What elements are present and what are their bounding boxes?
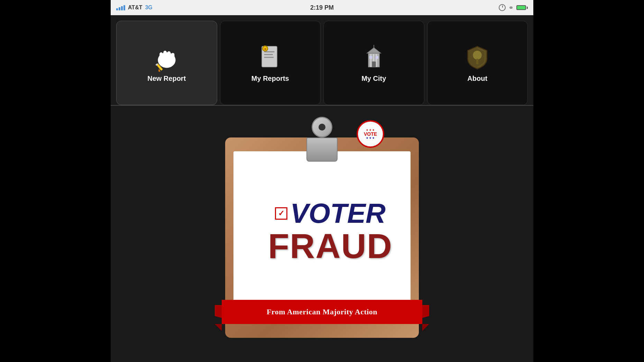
vote-badge-bottom-stars: ★★★ — [366, 136, 375, 140]
status-left: AT&T 3G — [116, 4, 153, 11]
voter-checkbox — [275, 207, 287, 220]
my-city-label: My City — [361, 75, 386, 83]
battery-body — [516, 5, 526, 10]
signal-bars — [116, 5, 125, 10]
signal-bar-3 — [121, 6, 123, 10]
clipboard-graphic: VOTER FRAUD ★★★ VOTE ★★★ — [225, 117, 419, 352]
svg-rect-20 — [372, 61, 376, 67]
battery-tip — [527, 7, 528, 9]
battery-indicator — [516, 5, 528, 10]
about-icon — [463, 44, 491, 71]
my-city-icon — [360, 44, 388, 71]
ribbon-right-fold — [422, 324, 429, 331]
fraud-word: FRAUD — [249, 229, 412, 263]
new-report-icon — [153, 44, 181, 71]
voter-line: VOTER — [249, 200, 412, 227]
tab-about[interactable]: About — [427, 21, 528, 105]
clip-ring — [312, 117, 332, 137]
ribbon-main: From American Majority Action — [222, 300, 422, 324]
status-bar: AT&T 3G 2:19 PM ⚭ — [111, 0, 533, 15]
signal-bar-1 — [116, 8, 118, 10]
status-time: 2:19 PM — [310, 4, 334, 11]
clipboard-paper: VOTER FRAUD — [233, 151, 411, 317]
main-content: VOTER FRAUD ★★★ VOTE ★★★ — [111, 106, 533, 362]
new-report-label: New Report — [147, 75, 186, 83]
my-reports-label: My Reports — [251, 75, 289, 83]
voter-fraud-text: VOTER FRAUD — [249, 200, 412, 263]
svg-rect-3 — [167, 51, 171, 60]
clock-icon — [499, 4, 506, 11]
tab-my-reports[interactable]: ★ My Reports — [220, 21, 321, 105]
svg-rect-21 — [369, 56, 372, 59]
my-reports-icon: ★ — [256, 44, 284, 71]
vote-badge: ★★★ VOTE ★★★ — [357, 120, 384, 148]
ribbon-left-fold — [215, 324, 222, 331]
svg-rect-2 — [163, 50, 167, 60]
svg-rect-4 — [171, 53, 175, 60]
svg-rect-1 — [159, 52, 163, 60]
svg-rect-10 — [264, 54, 273, 55]
status-right: ⚭ — [499, 4, 528, 11]
svg-rect-11 — [264, 57, 274, 58]
app-content: New Report ★ My Reports — [111, 15, 533, 362]
signal-bar-2 — [119, 7, 120, 10]
tab-new-report[interactable]: New Report — [116, 21, 217, 105]
bluetooth-icon: ⚭ — [508, 4, 514, 11]
tab-my-city[interactable]: My City — [323, 21, 424, 105]
tab-bar: New Report ★ My Reports — [111, 15, 533, 105]
about-label: About — [467, 75, 487, 83]
clipboard-clip — [305, 117, 339, 162]
svg-rect-22 — [376, 56, 378, 59]
svg-rect-23 — [374, 45, 374, 48]
clip-body — [306, 137, 338, 162]
voter-word: VOTER — [290, 200, 386, 227]
svg-marker-19 — [367, 48, 381, 53]
vote-badge-label: VOTE — [364, 132, 377, 136]
svg-rect-25 — [476, 59, 478, 64]
signal-bar-4 — [123, 5, 125, 10]
network-type: 3G — [145, 4, 152, 11]
ribbon-banner: From American Majority Action — [215, 300, 429, 338]
carrier-name: AT&T — [128, 4, 142, 11]
svg-point-24 — [473, 50, 482, 59]
ribbon-text: From American Majority Action — [267, 307, 377, 316]
